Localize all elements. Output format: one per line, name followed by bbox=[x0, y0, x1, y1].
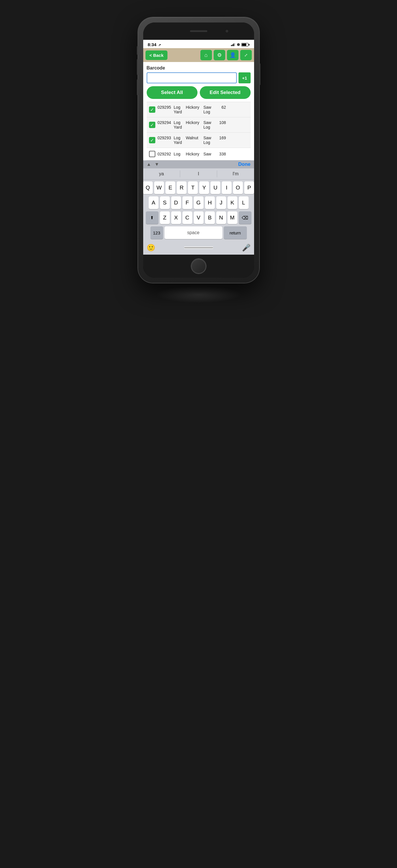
space-key[interactable]: space bbox=[165, 226, 222, 239]
key-n[interactable]: N bbox=[216, 211, 226, 224]
predictive-word-2[interactable]: I bbox=[180, 170, 217, 178]
list-item[interactable]: ✓ 029293 LogYard Walnut SawLog 169 bbox=[147, 133, 251, 148]
phone-reflection bbox=[155, 286, 242, 303]
row-log-type: Saw bbox=[203, 152, 216, 156]
edit-selected-button[interactable]: Edit Selected bbox=[200, 86, 251, 99]
backspace-key[interactable]: ⌫ bbox=[239, 211, 252, 224]
key-row-1: Q W E R T Y U I O P bbox=[144, 181, 253, 194]
key-v[interactable]: V bbox=[194, 211, 203, 224]
row-log-type: SawLog bbox=[203, 105, 216, 114]
status-time: 8:34 ↗ bbox=[148, 42, 161, 47]
key-z[interactable]: Z bbox=[160, 211, 170, 224]
numbers-key[interactable]: 123 bbox=[150, 226, 163, 239]
key-t[interactable]: T bbox=[188, 181, 198, 194]
key-r[interactable]: R bbox=[177, 181, 187, 194]
barcode-input-row: +1 bbox=[147, 72, 251, 83]
keyboard-done-button[interactable]: Done bbox=[238, 161, 251, 167]
screen: 8:34 ↗ ⊛ bbox=[143, 40, 254, 255]
status-icons: ⊛ bbox=[231, 42, 250, 47]
keyboard-section: ▲ ▼ Done ya I I'm bbox=[143, 160, 254, 255]
plus-one-button[interactable]: +1 bbox=[238, 72, 250, 83]
list-item[interactable]: ✓ 029295 LogYard Hickory SawLog 62 bbox=[147, 102, 251, 117]
signal-bar-3 bbox=[233, 43, 234, 46]
location-arrow-icon: ↗ bbox=[158, 43, 161, 47]
key-i[interactable]: I bbox=[222, 181, 232, 194]
row-data-3: 029293 LogYard Walnut SawLog 169 bbox=[158, 135, 248, 145]
row-checkbox-4[interactable] bbox=[149, 151, 155, 157]
row-checkbox-2[interactable]: ✓ bbox=[149, 122, 155, 128]
row-location: Walnut bbox=[186, 135, 202, 145]
nav-bar: < Back ⌂ ⚙ 👤 ⤢ bbox=[143, 48, 254, 62]
key-q[interactable]: Q bbox=[143, 181, 153, 194]
top-bezel bbox=[143, 23, 254, 40]
key-f[interactable]: F bbox=[182, 196, 192, 209]
key-c[interactable]: C bbox=[182, 211, 192, 224]
keyboard-toolbar: ▲ ▼ Done bbox=[143, 160, 254, 168]
key-d[interactable]: D bbox=[171, 196, 181, 209]
status-bar: 8:34 ↗ ⊛ bbox=[143, 40, 254, 48]
settings-button[interactable]: ⚙ bbox=[214, 50, 225, 60]
return-key[interactable]: return bbox=[224, 226, 247, 239]
row-id: 029292 bbox=[158, 152, 172, 156]
key-row-3: ⬆ Z X C V B N M ⌫ bbox=[144, 211, 253, 224]
key-o[interactable]: O bbox=[233, 181, 243, 194]
keyboard-down-arrow[interactable]: ▼ bbox=[154, 162, 159, 167]
key-a[interactable]: A bbox=[149, 196, 159, 209]
list-item[interactable]: 029292 Log Hickory Saw 338 bbox=[147, 148, 251, 160]
key-h[interactable]: H bbox=[205, 196, 215, 209]
speaker-slot bbox=[190, 30, 207, 32]
signal-bar-1 bbox=[231, 45, 232, 46]
list-item[interactable]: ✓ 029294 LogYard Hickory SawLog 108 bbox=[147, 117, 251, 133]
home-indicator bbox=[184, 247, 213, 249]
profile-button[interactable]: 👤 bbox=[227, 50, 238, 60]
back-button[interactable]: < Back bbox=[145, 51, 168, 60]
key-x[interactable]: X bbox=[171, 211, 181, 224]
row-log-type: SawLog bbox=[203, 120, 216, 129]
home-button-physical[interactable] bbox=[191, 259, 206, 274]
gear-icon: ⚙ bbox=[217, 52, 222, 58]
row-number: 169 bbox=[218, 135, 226, 145]
list-container: ✓ 029295 LogYard Hickory SawLog 62 ✓ bbox=[147, 102, 251, 160]
row-checkbox-1[interactable]: ✓ bbox=[149, 106, 155, 113]
row-type: LogYard bbox=[174, 120, 184, 129]
fullscreen-button[interactable]: ⤢ bbox=[240, 50, 252, 60]
predictive-word-1[interactable]: ya bbox=[143, 170, 180, 178]
row-location: Hickory bbox=[186, 120, 202, 129]
select-all-button[interactable]: Select All bbox=[147, 86, 198, 99]
barcode-input[interactable] bbox=[147, 72, 237, 83]
shift-key[interactable]: ⬆ bbox=[146, 211, 159, 224]
key-k[interactable]: K bbox=[228, 196, 237, 209]
home-button-nav[interactable]: ⌂ bbox=[200, 50, 212, 60]
key-g[interactable]: G bbox=[194, 196, 203, 209]
key-y[interactable]: Y bbox=[199, 181, 209, 194]
front-camera bbox=[226, 30, 228, 32]
row-number: 108 bbox=[218, 120, 226, 129]
key-s[interactable]: S bbox=[160, 196, 170, 209]
row-log-type: SawLog bbox=[203, 135, 216, 145]
microphone-icon: 🎤 bbox=[242, 244, 251, 251]
key-w[interactable]: W bbox=[154, 181, 164, 194]
fullscreen-icon: ⤢ bbox=[244, 53, 248, 57]
battery-icon bbox=[242, 43, 250, 46]
key-l[interactable]: L bbox=[239, 196, 249, 209]
emoji-button[interactable]: 🙂 bbox=[147, 244, 155, 252]
action-row: Select All Edit Selected bbox=[147, 86, 251, 99]
row-checkbox-3[interactable]: ✓ bbox=[149, 137, 155, 143]
predictive-row: ya I I'm bbox=[143, 168, 254, 180]
key-e[interactable]: E bbox=[165, 181, 175, 194]
row-number: 338 bbox=[218, 152, 226, 156]
dictation-button[interactable]: 🎤 bbox=[242, 244, 251, 252]
emoji-icon: 🙂 bbox=[147, 244, 155, 251]
key-p[interactable]: P bbox=[244, 181, 254, 194]
key-u[interactable]: U bbox=[210, 181, 220, 194]
home-icon: ⌂ bbox=[204, 52, 207, 58]
key-m[interactable]: M bbox=[228, 211, 237, 224]
keyboard-up-arrow[interactable]: ▲ bbox=[147, 162, 151, 167]
content-area: Barcode +1 Select All Edit Selected ✓ bbox=[143, 62, 254, 160]
key-j[interactable]: J bbox=[216, 196, 226, 209]
signal-bar-4 bbox=[234, 43, 235, 46]
predictive-word-3[interactable]: I'm bbox=[217, 170, 254, 178]
key-b[interactable]: B bbox=[205, 211, 215, 224]
key-row-2: A S D F G H J K L bbox=[144, 196, 253, 209]
row-id: 029295 bbox=[158, 105, 172, 114]
